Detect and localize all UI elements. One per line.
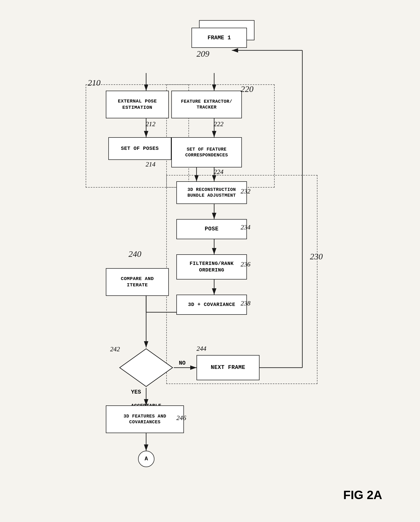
annotation-230: 230: [310, 252, 323, 261]
diagram-container: FRAME n FRAME 1 EXTERNAL POSE ESTIMATION…: [0, 0, 420, 522]
pose-label: POSE: [205, 226, 219, 233]
acceptable-results-diamond: ACCEPTABLE RESULTS?: [118, 347, 174, 388]
annotation-232: 232: [241, 188, 250, 195]
annotation-214: 214: [146, 161, 155, 168]
features-covariances-label: 3D FEATURES ANDCOVARIANCES: [123, 413, 166, 425]
yes-label: YES: [131, 389, 141, 395]
set-of-poses-label: SET OF POSES: [121, 145, 159, 152]
features-covariances-box: 3D FEATURES ANDCOVARIANCES: [106, 405, 184, 433]
fig-label: FIG 2A: [343, 488, 382, 502]
annotation-244: 244: [197, 345, 206, 353]
set-of-poses-box: SET OF POSES: [108, 137, 171, 160]
annotation-240: 240: [128, 249, 141, 259]
bundle-adjustment-label: 3D RECONSTRUCTIONBUNDLE ADJUSTMENT: [187, 187, 236, 199]
connector-a-circle: A: [138, 451, 154, 467]
annotation-224: 224: [214, 168, 223, 176]
filtering-label: FILTERING/RANKORDERING: [189, 260, 234, 273]
frame-1-label: FRAME 1: [208, 35, 231, 41]
frame-1-box: FRAME 1: [191, 28, 247, 48]
annotation-212: 212: [146, 120, 155, 128]
annotation-242: 242: [110, 345, 120, 353]
set-of-feature-corr-box: SET OF FEATURECORRESPONDENCES: [171, 137, 242, 167]
covariance-label: 3D + COVARIANCE: [188, 301, 235, 308]
external-pose-label: EXTERNAL POSE ESTIMATION: [108, 98, 167, 111]
next-frame-box: NEXT FRAME: [197, 355, 260, 380]
svg-marker-20: [120, 349, 173, 387]
compare-iterate-label: COMPARE ANDITERATE: [121, 276, 154, 288]
annotation-210: 210: [88, 78, 101, 88]
annotation-236: 236: [241, 261, 250, 268]
covariance-box: 3D + COVARIANCE: [176, 295, 247, 315]
annotation-222: 222: [214, 120, 223, 128]
feature-extractor-box: FEATURE EXTRACTOR/TRACKER: [171, 91, 242, 118]
set-of-feature-corr-label: SET OF FEATURECORRESPONDENCES: [185, 147, 228, 158]
compare-iterate-box: COMPARE ANDITERATE: [106, 268, 169, 296]
bundle-adjustment-box: 3D RECONSTRUCTIONBUNDLE ADJUSTMENT: [176, 181, 247, 204]
annotation-246: 246: [176, 414, 186, 422]
annotation-234: 234: [241, 224, 250, 231]
external-pose-box: EXTERNAL POSE ESTIMATION: [106, 91, 169, 118]
annotation-220: 220: [241, 84, 253, 94]
connector-a-label: A: [145, 456, 148, 462]
pose-box: POSE: [176, 219, 247, 239]
next-frame-label: NEXT FRAME: [211, 364, 245, 371]
feature-extractor-label: FEATURE EXTRACTOR/TRACKER: [181, 99, 232, 111]
annotation-209: 209: [197, 49, 209, 59]
filtering-box: FILTERING/RANKORDERING: [176, 254, 247, 280]
annotation-238: 238: [241, 300, 250, 307]
dashed-box-230: [166, 175, 317, 384]
no-label: NO: [179, 360, 185, 366]
